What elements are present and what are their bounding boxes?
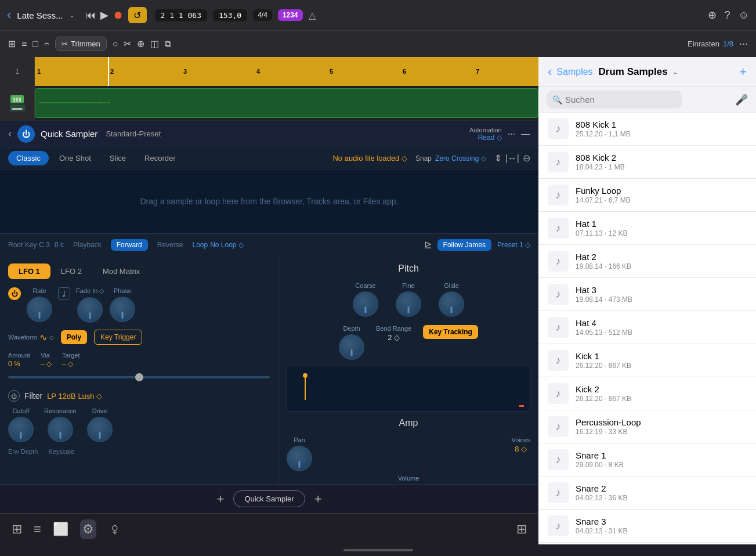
instrument-back-button[interactable]: ‹ — [8, 128, 12, 140]
instrument-power-button[interactable]: ⏻ — [17, 125, 35, 143]
follow-button[interactable]: Follow James — [437, 239, 491, 251]
key-trigger-button[interactable]: Key Trigger — [94, 330, 142, 345]
list-item[interactable]: ♪ Hat 4 14.05.13 · 512 MB — [538, 311, 756, 344]
grid-tool-button[interactable]: ⊞ — [8, 38, 16, 49]
search-input[interactable] — [547, 91, 682, 109]
loop-button[interactable]: ↺ — [128, 7, 147, 23]
tab-classic[interactable]: Classic — [8, 151, 49, 165]
metronome-icon[interactable]: △ — [309, 10, 316, 21]
resonance-knob[interactable] — [48, 417, 73, 442]
zoom-in-button[interactable]: ⇕ — [494, 153, 502, 164]
list-item[interactable]: ♪ Percussion-Loop 16.12.19 · 33 KB — [538, 410, 756, 443]
list-item[interactable]: ♪ Hat 1 07.11.13 · 12 KB — [538, 212, 756, 245]
smart-controls-button[interactable]: ≡ — [34, 522, 41, 537]
scissors-button[interactable]: ✂ — [124, 38, 131, 49]
cycle-tool-button[interactable]: ○ — [113, 39, 118, 49]
project-chevron-icon[interactable]: ⌄ — [69, 11, 75, 19]
help-button[interactable]: ? — [725, 9, 730, 21]
smiley-button[interactable]: ☺ — [739, 9, 749, 21]
samples-back-label[interactable]: Samples — [556, 67, 592, 77]
settings-button[interactable]: ⚙ — [80, 519, 96, 539]
note-mode-button[interactable]: ♩ — [58, 287, 70, 300]
drum-samples-chevron-icon[interactable]: ⌄ — [672, 68, 678, 76]
list-item[interactable]: ♪ 808 Kick 1 25.12.20 · 1,1 MB — [538, 113, 756, 146]
loop-browser-button[interactable]: ⊞ — [12, 522, 22, 537]
library-button[interactable]: ⬜ — [53, 522, 68, 537]
list-item[interactable]: ♪ Kick 1 26.12.20 · 867 KB — [538, 344, 756, 377]
split-button[interactable]: ⊕ — [137, 38, 144, 49]
record-button[interactable]: ⏺ — [113, 9, 124, 21]
preset-control[interactable]: Preset 1 ◇ — [497, 241, 530, 249]
filter-type[interactable]: LP 12dB Lush ◇ — [47, 392, 102, 400]
fade-in-knob[interactable] — [77, 297, 103, 323]
lfo1-tab[interactable]: LFO 1 — [8, 263, 50, 279]
box-tool-button[interactable]: □ — [32, 39, 38, 49]
forward-button[interactable]: Forward — [111, 239, 148, 251]
loop-control[interactable]: Loop No Loop ◇ — [192, 241, 243, 249]
via-value[interactable]: – ◇ — [41, 360, 52, 368]
depth-knob[interactable] — [339, 334, 364, 360]
add-plugin-right-button[interactable]: + — [314, 492, 322, 507]
lfo-power-button[interactable]: ⏻ — [8, 287, 21, 300]
waveform-icon[interactable]: ⊵ — [424, 239, 432, 250]
more-options-button[interactable]: ··· — [739, 38, 748, 50]
glide-knob[interactable] — [439, 291, 464, 317]
instrument-panel-button[interactable]: — — [521, 129, 530, 139]
voices-value[interactable]: 8 ◇ — [515, 445, 527, 453]
tab-one-shot[interactable]: One Shot — [51, 151, 99, 165]
phase-knob[interactable] — [110, 297, 135, 322]
drive-knob[interactable] — [87, 417, 113, 442]
snap-value-2[interactable]: Zero Crossing ◇ — [435, 154, 486, 163]
fine-knob[interactable] — [396, 291, 421, 317]
waveform-select[interactable]: Waveform ∿ ◇ — [8, 332, 54, 343]
filter-power-button[interactable]: ⏻ — [8, 390, 20, 402]
loop-region-button[interactable]: ◫ — [150, 38, 159, 49]
pen-tool-button[interactable]: 𝄐 — [44, 39, 49, 49]
add-sample-button[interactable]: + — [739, 64, 747, 80]
list-item[interactable]: ♪ 808 Kick 2 18.04.23 · 1 MB — [538, 146, 756, 179]
bend-range-value[interactable]: 2 ◇ — [388, 333, 400, 342]
poly-button[interactable]: Poly — [61, 330, 87, 344]
waveform-more-button[interactable]: ⊖ — [523, 153, 530, 164]
root-key-control[interactable]: Root Key C 3 0 c — [8, 241, 64, 249]
list-item[interactable]: ♪ Hat 2 19.08.14 · 166 KB — [538, 245, 756, 278]
track-content[interactable]: ~~~~~~~~~~~~~~~~~~~~~ — [35, 86, 538, 120]
instrument-more-button[interactable]: ··· — [508, 129, 515, 139]
key-tracking-button[interactable]: Key Tracking — [423, 325, 478, 339]
target-value[interactable]: – ◇ — [62, 360, 73, 368]
eq-button[interactable]: ⧬ — [108, 522, 121, 537]
rate-knob[interactable] — [27, 297, 52, 322]
back-button[interactable]: ‹ — [7, 8, 11, 23]
plugin-name-button[interactable]: Quick Sampler — [233, 490, 305, 507]
track-clip[interactable]: ~~~~~~~~~~~~~~~~~~~~~ — [35, 88, 538, 118]
mic-button[interactable]: 🎤 — [735, 93, 748, 106]
list-tool-button[interactable]: ≡ — [21, 39, 27, 49]
list-item[interactable]: ♪ Snare 3 04.02.13 · 31 KB — [538, 510, 756, 543]
fit-button[interactable]: |↔| — [505, 153, 519, 164]
list-item[interactable]: ♪ Kick 2 26.12.20 · 867 KB — [538, 377, 756, 410]
snap-value[interactable]: 1/8 — [723, 39, 733, 48]
automation-control[interactable]: Automation Read ◇ — [469, 127, 502, 142]
cutoff-knob[interactable] — [8, 417, 34, 442]
channel-strip-button[interactable]: ⊞ — [516, 522, 527, 537]
waveform-area[interactable]: Drag a sample or loop here from the Brow… — [0, 169, 538, 233]
clock-button[interactable]: ⊕ — [708, 9, 717, 21]
copy-button[interactable]: ⧉ — [165, 39, 171, 49]
list-item[interactable]: ♪ Funky Loop 14.07.21 · 6,7 MB — [538, 179, 756, 212]
tab-slice[interactable]: Slice — [102, 151, 134, 165]
add-plugin-left-button[interactable]: + — [217, 492, 225, 507]
list-item[interactable]: ♪ Snare 2 04.02.13 · 36 KB — [538, 476, 756, 510]
samples-back-button[interactable]: ‹ — [548, 64, 552, 80]
tab-recorder[interactable]: Recorder — [136, 151, 183, 165]
lfo-slider-thumb[interactable] — [135, 373, 143, 381]
pan-knob[interactable] — [287, 446, 312, 471]
coarse-knob[interactable] — [353, 291, 378, 317]
rewind-button[interactable]: ⏮ — [85, 9, 96, 21]
pitch-graph[interactable] — [287, 366, 530, 412]
list-item[interactable]: ♪ Snare 1 29.09.00 · 8 KB — [538, 443, 756, 476]
lfo2-tab[interactable]: LFO 2 — [50, 263, 92, 279]
lfo-slider[interactable] — [8, 373, 270, 382]
trim-button[interactable]: ✂ Trimmen — [55, 37, 107, 51]
list-item[interactable]: ♪ Hat 3 19.08.14 · 473 MB — [538, 278, 756, 311]
play-button[interactable]: ▶ — [100, 9, 108, 21]
